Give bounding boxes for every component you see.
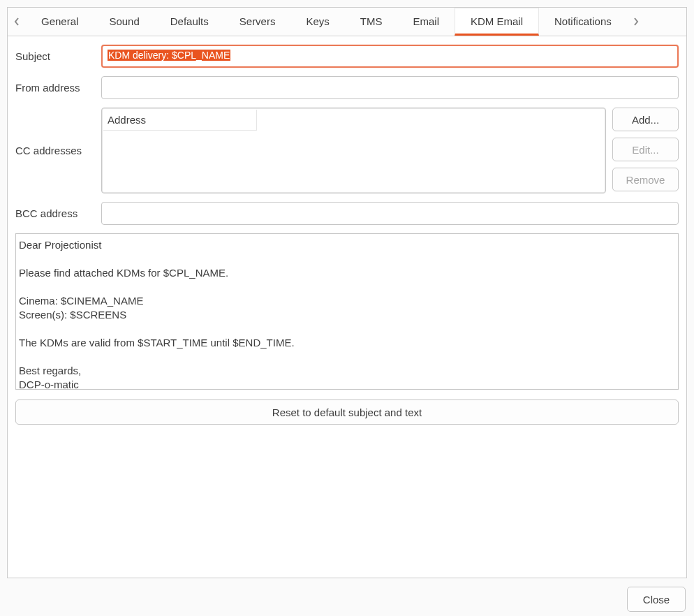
subject-row: Subject KDM delivery: $CPL_NAME (15, 45, 679, 68)
tab-label: Sound (109, 15, 139, 27)
kdm-email-page: Subject KDM delivery: $CPL_NAME From add… (8, 36, 686, 578)
cc-header-address[interactable]: Address (103, 110, 257, 131)
email-body-textarea[interactable]: Dear Projectionist Please find attached … (15, 233, 679, 390)
tab-label: TMS (360, 15, 383, 27)
tab-notifications[interactable]: Notifications (539, 8, 627, 36)
subject-value: KDM delivery: $CPL_NAME (108, 50, 230, 61)
cc-list-header: Address (103, 110, 604, 131)
subject-label: Subject (15, 50, 101, 62)
from-label: From address (15, 82, 101, 94)
tab-general[interactable]: General (26, 8, 94, 36)
cc-buttons: Add... Edit... Remove (612, 108, 679, 193)
reset-button[interactable]: Reset to default subject and text (15, 399, 679, 425)
tab-servers[interactable]: Servers (224, 8, 291, 36)
tab-keys[interactable]: Keys (290, 8, 344, 36)
bcc-row: BCC address (15, 202, 679, 225)
preferences-window: General Sound Defaults Servers Keys TMS … (0, 0, 694, 616)
close-button[interactable]: Close (627, 587, 686, 612)
preferences-notebook: General Sound Defaults Servers Keys TMS … (7, 7, 687, 578)
cc-add-button[interactable]: Add... (612, 108, 679, 131)
tab-kdm-email[interactable]: KDM Email (455, 8, 539, 36)
tab-label: Servers (239, 15, 276, 27)
bcc-label: BCC address (15, 207, 101, 219)
tab-tms[interactable]: TMS (345, 8, 398, 36)
tab-sound[interactable]: Sound (94, 8, 154, 36)
from-row: From address (15, 76, 679, 99)
tab-label: Defaults (170, 15, 209, 27)
cc-remove-button: Remove (612, 168, 679, 191)
dialog-footer: Close (7, 578, 687, 612)
tab-label: Email (413, 15, 440, 27)
tab-label: General (41, 15, 78, 27)
tab-scroll-left[interactable] (8, 8, 26, 36)
tab-defaults[interactable]: Defaults (155, 8, 224, 36)
tab-label: Notifications (554, 15, 612, 27)
tab-scroll-right[interactable] (627, 8, 645, 36)
cc-address-list[interactable]: Address (101, 108, 606, 193)
subject-input[interactable]: KDM delivery: $CPL_NAME (101, 45, 679, 68)
cc-row: CC addresses Address Add... Edit... Remo… (15, 108, 679, 193)
tab-label: Keys (306, 15, 329, 27)
bcc-input[interactable] (101, 202, 679, 225)
cc-edit-button: Edit... (612, 138, 679, 161)
cc-label: CC addresses (15, 145, 101, 156)
cc-cluster: Address Add... Edit... Remove (101, 108, 679, 193)
from-input[interactable] (101, 76, 679, 99)
tab-email[interactable]: Email (398, 8, 455, 36)
tab-label: KDM Email (471, 15, 523, 27)
tab-bar: General Sound Defaults Servers Keys TMS … (8, 8, 686, 36)
